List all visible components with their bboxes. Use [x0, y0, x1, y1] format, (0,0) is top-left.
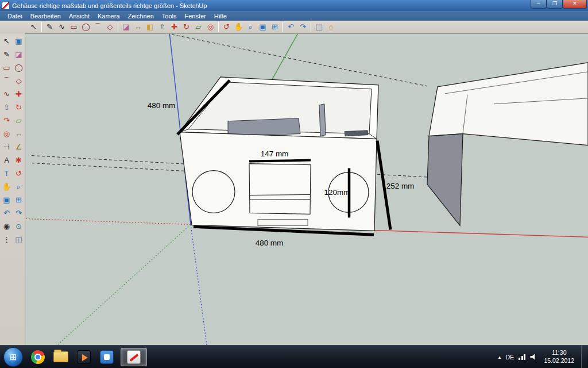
palette-zoom-icon[interactable]: ⌕ — [13, 181, 25, 193]
label-480-bottom[interactable]: 480 mm — [256, 239, 284, 247]
menu-hilfe[interactable]: Hilfe — [210, 11, 231, 21]
previous-view-icon[interactable]: ↶ — [285, 21, 297, 33]
next-view-icon[interactable]: ↷ — [297, 21, 309, 33]
section-plane-tool-icon[interactable]: ◫ — [313, 21, 325, 33]
move-tool-icon[interactable]: ✚ — [168, 21, 180, 33]
start-button[interactable]: ⊞ — [3, 347, 23, 367]
palette-protractor-icon[interactable]: ∠ — [13, 141, 25, 154]
language-indicator[interactable]: DE — [505, 354, 514, 361]
minimize-button[interactable]: – — [531, 0, 547, 9]
media-player-taskbar-icon[interactable] — [75, 348, 93, 366]
blue-app-taskbar-icon[interactable] — [98, 348, 116, 366]
eraser-tool-icon[interactable]: ◪ — [120, 21, 132, 33]
palette-select-icon[interactable]: ↖ — [1, 35, 13, 48]
zoom-tool-icon[interactable]: ⌕ — [245, 21, 257, 33]
network-icon[interactable] — [519, 354, 525, 360]
rotate-tool-icon[interactable]: ↻ — [180, 21, 192, 33]
tape-measure-tool-icon[interactable]: ↔ — [132, 21, 144, 33]
palette-walk-icon[interactable]: ⋮ — [1, 233, 13, 246]
menu-zeichnen[interactable]: Zeichnen — [124, 11, 158, 21]
toolbar-separator — [311, 22, 311, 32]
front-cutout-rectangle[interactable] — [249, 164, 311, 214]
polygon-tool-icon[interactable]: ◇ — [104, 21, 116, 33]
circle-tool-icon[interactable]: ◯ — [80, 21, 92, 33]
clock-time: 11:30 — [544, 349, 574, 356]
label-120[interactable]: 120mm — [324, 188, 350, 197]
palette-eraser-icon[interactable]: ◪ — [13, 48, 25, 61]
title-bar: Gehäuse richtige maßstab und größenteils… — [0, 0, 588, 11]
palette-scale-icon[interactable]: ▱ — [13, 114, 25, 127]
palette-follow-me-icon[interactable]: ↷ — [1, 114, 13, 127]
sketchup-taskbar-icon[interactable] — [121, 348, 147, 366]
palette-orbit-icon[interactable]: ↺ — [13, 167, 25, 180]
rectangle-tool-icon[interactable]: ▭ — [68, 21, 80, 33]
select-tool-icon[interactable]: ↖ — [28, 21, 40, 33]
menu-bearbeiten[interactable]: Bearbeiten — [26, 11, 65, 21]
palette-tape-measure-icon[interactable]: ↔ — [13, 128, 25, 140]
palette-circle-icon[interactable]: ◯ — [13, 62, 25, 74]
palette-move-icon[interactable]: ✚ — [13, 88, 25, 101]
system-tray: ▴ DE 11:30 15.02.2012 — [498, 346, 588, 368]
palette-look-around-icon[interactable]: ⊙ — [13, 220, 25, 233]
palette-make-component-icon[interactable]: ▣ — [13, 35, 25, 48]
chrome-taskbar-icon[interactable] — [29, 348, 47, 366]
palette-zoom-window-icon[interactable]: ▣ — [1, 194, 13, 206]
clock-date: 15.02.2012 — [544, 357, 574, 365]
palette-position-camera-icon[interactable]: ◉ — [1, 220, 13, 233]
menu-tools[interactable]: Tools — [158, 11, 181, 21]
palette-next-icon[interactable]: ↷ — [13, 207, 25, 220]
interior-shelf-panel[interactable] — [228, 118, 300, 136]
hidden-icons-arrow[interactable]: ▴ — [498, 354, 501, 360]
interior-divider-panel[interactable] — [319, 104, 326, 136]
palette-axes-icon[interactable]: ✱ — [13, 154, 25, 167]
main-toolbar: ↖ ✎ ∿ ▭ ◯ ⌒ ◇ ◪ ↔ ◧ ⇧ ✚ ↻ ▱ ◎ ↺ ✋ ⌕ ▣ ⊞ … — [0, 21, 588, 33]
interior-slot[interactable] — [345, 131, 368, 136]
push-pull-tool-icon[interactable]: ⇧ — [156, 21, 168, 33]
palette-line-icon[interactable]: ✎ — [1, 48, 13, 61]
scale-tool-icon[interactable]: ▱ — [192, 21, 204, 33]
explorer-taskbar-icon[interactable] — [52, 348, 70, 366]
label-480-top[interactable]: 480 mm — [148, 101, 176, 110]
get-models-icon[interactable]: ⌂ — [325, 21, 337, 33]
arc-tool-icon[interactable]: ⌒ — [92, 21, 104, 33]
palette-rotate-icon[interactable]: ↻ — [13, 101, 25, 114]
menu-ansicht[interactable]: Ansicht — [65, 11, 94, 21]
modeling-viewport[interactable]: 480 mm 147 mm 120mm 252 mm 480 mm — [25, 33, 588, 345]
close-button[interactable]: ✕ — [563, 0, 587, 9]
palette-offset-icon[interactable]: ◎ — [1, 128, 13, 140]
palette-dimension-icon[interactable]: ⊣ — [1, 141, 13, 154]
window-title: Gehäuse richtige maßstab und größenteils… — [12, 2, 207, 9]
palette-pan-icon[interactable]: ✋ — [1, 181, 13, 193]
taskbar-clock[interactable]: 11:30 15.02.2012 — [541, 349, 577, 364]
palette-previous-icon[interactable]: ↶ — [1, 207, 13, 220]
maximize-button[interactable]: ❐ — [547, 0, 563, 9]
dim-line-147[interactable] — [249, 160, 311, 162]
palette-text-icon[interactable]: A — [1, 154, 13, 167]
zoom-extents-tool-icon[interactable]: ⊞ — [269, 21, 281, 33]
label-252[interactable]: 252 mm — [386, 182, 415, 190]
palette-3d-text-icon[interactable]: T — [1, 167, 13, 180]
line-tool-icon[interactable]: ✎ — [44, 21, 56, 33]
volume-icon[interactable] — [530, 354, 537, 360]
menu-kamera[interactable]: Kamera — [94, 11, 124, 21]
freehand-tool-icon[interactable]: ∿ — [56, 21, 68, 33]
palette-arc-icon[interactable]: ⌒ — [1, 75, 13, 87]
offset-tool-icon[interactable]: ◎ — [204, 21, 216, 33]
palette-freehand-icon[interactable]: ∿ — [1, 88, 13, 101]
paint-bucket-tool-icon[interactable]: ◧ — [144, 21, 156, 33]
palette-polygon-icon[interactable]: ◇ — [13, 75, 25, 87]
folder-icon — [53, 351, 68, 362]
sketchup-app-icon — [2, 2, 9, 9]
menu-datei[interactable]: Datei — [3, 11, 26, 21]
palette-rectangle-icon[interactable]: ▭ — [1, 62, 13, 74]
label-147[interactable]: 147 mm — [261, 150, 289, 158]
palette-push-pull-icon[interactable]: ⇧ — [1, 101, 13, 114]
palette-zoom-extents-icon[interactable]: ⊞ — [13, 194, 25, 206]
palette-section-plane-icon[interactable]: ◫ — [13, 233, 25, 246]
orbit-tool-icon[interactable]: ↺ — [220, 21, 233, 33]
show-desktop-button[interactable] — [581, 346, 587, 368]
window-controls: – ❐ ✕ — [531, 0, 587, 9]
menu-fenster[interactable]: Fenster — [180, 11, 210, 21]
zoom-window-tool-icon[interactable]: ▣ — [257, 21, 269, 33]
pan-tool-icon[interactable]: ✋ — [233, 21, 245, 33]
